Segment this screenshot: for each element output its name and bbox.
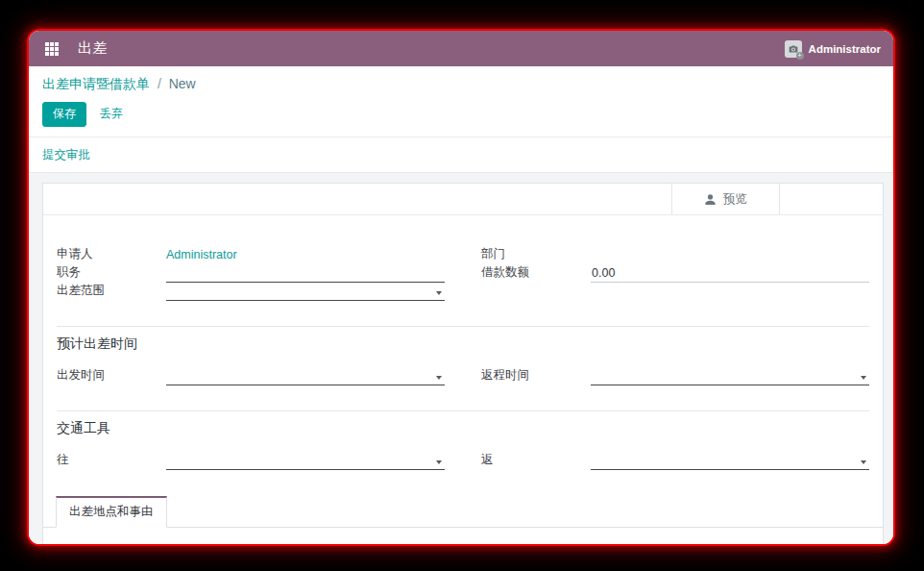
return-time-select[interactable] <box>591 369 869 385</box>
field-position: 职务 <box>57 264 445 283</box>
control-panel-buttons: 保存 丢弃 <box>29 95 893 137</box>
chevron-down-icon <box>861 460 866 464</box>
user-avatar-camera-icon: + <box>785 40 802 58</box>
apps-menu-icon[interactable] <box>41 38 62 60</box>
return-transport-select[interactable] <box>591 454 869 470</box>
right-column: 部门 借款数额 0.00 <box>481 246 869 283</box>
breadcrumb-current: New <box>169 76 196 91</box>
trip-scope-select[interactable] <box>166 285 445 301</box>
department-value[interactable] <box>591 248 869 264</box>
field-group-main: 申请人 Administrator 职务 出差范围 <box>57 246 869 301</box>
field-applicant: 申请人 Administrator <box>57 246 445 264</box>
left-column: 申请人 Administrator 职务 出差范围 <box>57 246 445 301</box>
applicant-label: 申请人 <box>57 246 166 264</box>
app-title[interactable]: 出差 <box>78 39 108 58</box>
top-navbar: 出差 + Administrator <box>29 31 893 66</box>
field-loan-amount: 借款数额 0.00 <box>481 264 869 283</box>
field-department: 部门 <box>481 246 869 264</box>
breadcrumb-separator: / <box>158 76 161 91</box>
user-name: Administrator <box>809 43 881 55</box>
action-statusbar-row: 提交审批 <box>29 137 893 173</box>
outbound-transport-select[interactable] <box>166 454 445 470</box>
departure-time-label: 出发时间 <box>57 367 166 385</box>
chevron-down-icon <box>436 460 442 464</box>
chevron-down-icon <box>436 376 442 380</box>
outbound-transport-label: 往 <box>57 452 166 470</box>
notebook: 出差地点和事由 <box>43 496 883 544</box>
discard-button[interactable]: 丢弃 <box>90 103 133 126</box>
loan-amount-label: 借款数额 <box>481 264 591 283</box>
form-card: 预览 申请人 Administrator 职务 <box>42 183 884 544</box>
department-label: 部门 <box>481 246 591 264</box>
field-return-transport: 返 <box>481 452 869 470</box>
avatar-plus-badge: + <box>796 52 804 60</box>
field-group-time: 出发时间 返程时间 <box>57 367 869 385</box>
loan-amount-input[interactable]: 0.00 <box>591 266 869 283</box>
notebook-tabs: 出差地点和事由 <box>43 496 883 528</box>
chevron-down-icon <box>436 291 442 295</box>
applicant-value-link[interactable]: Administrator <box>166 248 445 263</box>
breadcrumb-parent[interactable]: 出差申请暨借款单 <box>42 76 150 91</box>
submit-approval-button[interactable]: 提交审批 <box>42 148 90 161</box>
position-label: 职务 <box>57 264 166 283</box>
section-separator <box>57 410 869 411</box>
tab-content-empty <box>43 528 883 544</box>
field-group-transport: 往 返 <box>57 452 869 470</box>
breadcrumb: 出差申请暨借款单 / New <box>29 66 893 95</box>
statusbar-spacer <box>43 184 671 214</box>
return-transport-label: 返 <box>481 452 591 470</box>
user-menu[interactable]: + Administrator <box>785 40 881 58</box>
return-time-label: 返程时间 <box>481 367 591 385</box>
section-transportation: 交通工具 <box>57 420 869 437</box>
form-sheet: 申请人 Administrator 职务 出差范围 <box>43 215 883 544</box>
section-separator <box>57 326 869 327</box>
position-input[interactable] <box>166 266 445 283</box>
statusbar-stage-label: 预览 <box>723 191 747 208</box>
section-estimated-time: 预计出差时间 <box>57 335 869 353</box>
save-button[interactable]: 保存 <box>42 102 86 127</box>
field-departure-time: 出发时间 <box>57 367 445 385</box>
trip-scope-label: 出差范围 <box>57 283 166 301</box>
field-outbound-transport: 往 <box>57 452 445 470</box>
departure-time-select[interactable] <box>166 369 445 385</box>
field-trip-scope: 出差范围 <box>57 283 445 301</box>
chevron-down-icon <box>861 376 866 380</box>
form-view-background: 预览 申请人 Administrator 职务 <box>29 173 893 544</box>
tab-trip-location-reason[interactable]: 出差地点和事由 <box>56 496 167 528</box>
person-icon <box>704 193 717 206</box>
app-window: 出差 + Administrator 出差申请暨借款单 / New 保存 丢弃 … <box>29 31 893 544</box>
statusbar-stage-preview[interactable]: 预览 <box>671 184 779 214</box>
state-statusbar: 预览 <box>43 184 883 215</box>
field-return-time: 返程时间 <box>481 367 869 385</box>
statusbar-end-cell <box>779 184 883 214</box>
